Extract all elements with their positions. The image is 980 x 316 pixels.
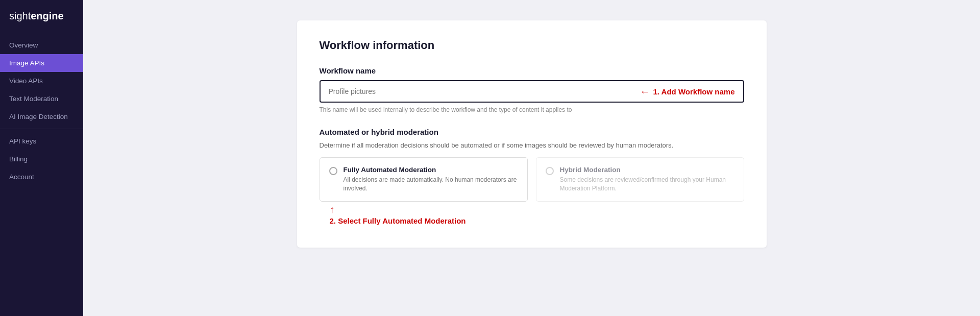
logo-engine: engine	[31, 10, 63, 21]
annotation-2: 2. Select Fully Automated Moderation	[330, 216, 466, 225]
annotation-1-text: 1. Add Workflow name	[653, 87, 734, 96]
radio-fully-automated[interactable]	[329, 167, 337, 175]
workflow-name-input[interactable]	[321, 81, 635, 102]
annotation-1: ← 1. Add Workflow name	[640, 86, 734, 98]
main-content: Workflow information Workflow name ← 1. …	[83, 0, 980, 316]
option-fully-automated-text: Fully Automated Moderation All decisions…	[344, 166, 518, 193]
sidebar-item-billing[interactable]: Billing	[0, 150, 83, 168]
workflow-name-label: Workflow name	[320, 66, 744, 75]
logo-sight: sight	[9, 10, 31, 21]
sidebar: sightengine Overview Image APIs Video AP…	[0, 0, 83, 316]
radio-hybrid[interactable]	[546, 167, 554, 175]
option-fully-automated[interactable]: Fully Automated Moderation All decisions…	[320, 157, 528, 202]
arrow-up-icon: ↑	[330, 204, 335, 215]
sidebar-item-overview[interactable]: Overview	[0, 36, 83, 54]
workflow-name-hint: This name will be used internally to des…	[320, 106, 744, 113]
option-hybrid-text: Hybrid Moderation Some decisions are rev…	[560, 166, 734, 193]
sidebar-item-video-apis[interactable]: Video APIs	[0, 72, 83, 90]
workflow-name-input-wrapper[interactable]: ← 1. Add Workflow name	[320, 80, 744, 103]
card-title: Workflow information	[320, 39, 744, 52]
sidebar-item-text-moderation[interactable]: Text Moderation	[0, 90, 83, 108]
moderation-section-title: Automated or hybrid moderation	[320, 128, 744, 136]
sidebar-item-ai-image-detection[interactable]: AI Image Detection	[0, 108, 83, 126]
annotation-2-container: ↑ 2. Select Fully Automated Moderation	[320, 204, 744, 225]
annotation-2-text: 2. Select Fully Automated Moderation	[330, 216, 466, 225]
option-hybrid[interactable]: Hybrid Moderation Some decisions are rev…	[536, 157, 744, 202]
sidebar-item-image-apis[interactable]: Image APIs	[0, 54, 83, 72]
sidebar-item-api-keys[interactable]: API keys	[0, 132, 83, 150]
option-hybrid-title: Hybrid Moderation	[560, 166, 734, 174]
moderation-options: Fully Automated Moderation All decisions…	[320, 157, 744, 202]
option-hybrid-desc: Some decisions are reviewed/confirmed th…	[560, 176, 734, 193]
option-fully-automated-desc: All decisions are made automatically. No…	[344, 176, 518, 193]
option-fully-automated-title: Fully Automated Moderation	[344, 166, 518, 174]
workflow-card: Workflow information Workflow name ← 1. …	[297, 20, 767, 248]
logo: sightengine	[0, 10, 83, 36]
nav-divider	[0, 129, 83, 129]
arrow-left-icon: ←	[640, 86, 650, 98]
sidebar-item-account[interactable]: Account	[0, 168, 83, 186]
moderation-section-desc: Determine if all moderation decisions sh…	[320, 141, 744, 149]
